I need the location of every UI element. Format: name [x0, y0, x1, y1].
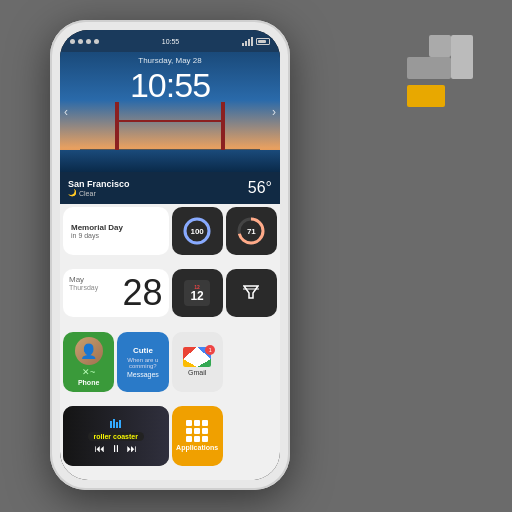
memorial-title: Memorial Day — [71, 223, 123, 232]
logo-block-1 — [429, 35, 451, 57]
apps-dot-5 — [194, 428, 200, 434]
status-icons-left — [70, 39, 99, 44]
status-bar: 10:55 — [60, 30, 280, 52]
widget-applications[interactable]: Applications — [172, 406, 223, 466]
widget-calendar-date[interactable]: May Thursday 28 — [63, 269, 169, 317]
app-logo — [387, 35, 477, 125]
nav-arrow-right[interactable]: › — [272, 105, 276, 119]
calendar-big-number: 28 — [122, 275, 162, 311]
apps-dot-8 — [194, 436, 200, 442]
calendar-dow: Thursday — [69, 284, 98, 291]
avatar-emoji: 👤 — [80, 343, 97, 359]
widget-grid: Memorial Day in 9 days 100 — [60, 204, 280, 480]
widget-music[interactable]: roller coaster ⏮ ⏸ ⏭ — [63, 406, 169, 466]
widget-messages[interactable]: Cutie When are u comming? Messages — [117, 332, 168, 392]
hero-time: 10:55 — [60, 66, 280, 105]
calendar-day-label: May Thursday — [69, 275, 98, 291]
ring-100-circle: 100 — [182, 216, 212, 246]
next-button[interactable]: ⏭ — [127, 443, 137, 454]
weather-location-group: San Francisco 🌙 Clear — [68, 179, 130, 197]
ring-100-value: 100 — [190, 227, 203, 236]
apps-dot-2 — [194, 420, 200, 426]
messages-preview-text: When are u comming? — [121, 357, 164, 369]
status-dot-3 — [86, 39, 91, 44]
status-icons-right — [242, 37, 270, 46]
weather-temperature: 56° — [248, 179, 272, 197]
svg-rect-7 — [116, 422, 118, 428]
widget-gmail[interactable]: 1 Gmail — [172, 332, 223, 392]
logo-block-2 — [451, 35, 473, 79]
widget-calendar-mini[interactable]: 12 12 — [172, 269, 223, 317]
signal-bar-3 — [248, 39, 250, 46]
music-controls: ⏮ ⏸ ⏭ — [95, 443, 137, 454]
nav-arrow-left[interactable]: ‹ — [64, 105, 68, 119]
phone-widget-label: Phone — [78, 379, 99, 386]
music-track-name: roller coaster — [88, 432, 144, 441]
equalizer-icon — [110, 418, 122, 428]
apps-dot-4 — [186, 428, 192, 434]
funnel-svg — [243, 284, 259, 300]
applications-label: Applications — [176, 444, 218, 451]
logo-block-gold — [407, 85, 445, 107]
battery-icon — [256, 38, 270, 45]
weather-strip: San Francisco 🌙 Clear 56° — [60, 172, 280, 204]
ring-71-circle: 71 — [236, 216, 266, 246]
gmail-notification-badge: 1 — [205, 345, 215, 355]
apps-dot-6 — [202, 428, 208, 434]
widget-filter[interactable] — [226, 269, 277, 317]
bridge-tower-left — [115, 102, 119, 152]
widget-memorial-day[interactable]: Memorial Day in 9 days — [63, 207, 169, 255]
messages-contact-name: Cutie — [133, 346, 153, 355]
hero-image: Thursday, May 28 10:55 ‹ › — [60, 52, 280, 172]
prev-button[interactable]: ⏮ — [95, 443, 105, 454]
bridge-cable — [115, 120, 225, 122]
weather-location: San Francisco — [68, 179, 130, 189]
apps-dot-7 — [186, 436, 192, 442]
weather-condition: 🌙 Clear — [68, 189, 130, 197]
messages-widget-label: Messages — [127, 371, 159, 378]
apps-dot-1 — [186, 420, 192, 426]
status-dot-4 — [94, 39, 99, 44]
status-dot-2 — [78, 39, 83, 44]
calendar-mini-day: 12 — [190, 290, 203, 302]
apps-grid-icon — [186, 420, 208, 442]
battery-fill — [258, 40, 266, 43]
signal-bars — [242, 37, 253, 46]
logo-block-3 — [407, 57, 451, 79]
signal-bar-4 — [251, 37, 253, 46]
bridge-tower-right — [221, 102, 225, 152]
phone-contact-avatar: 👤 — [75, 337, 103, 365]
widget-phone[interactable]: 👤 ✕~ Phone — [63, 332, 114, 392]
pause-button[interactable]: ⏸ — [111, 443, 121, 454]
memorial-subtitle: in 9 days — [71, 232, 99, 239]
music-eq-icon — [110, 418, 122, 430]
apps-dot-3 — [202, 420, 208, 426]
widget-ring-71[interactable]: 71 — [226, 207, 277, 255]
svg-rect-6 — [113, 419, 115, 428]
svg-rect-8 — [119, 420, 121, 428]
calendar-mini-widget: 12 12 — [184, 280, 210, 306]
phone-device: 10:55 Thursday, May 28 10:55 — [50, 20, 290, 490]
widget-ring-100[interactable]: 100 — [172, 207, 223, 255]
funnel-icon — [243, 284, 259, 303]
phone-screen: 10:55 Thursday, May 28 10:55 — [60, 30, 280, 480]
missed-call-icon: ✕~ — [82, 367, 95, 377]
signal-bar-2 — [245, 41, 247, 46]
ring-71-value: 71 — [247, 227, 256, 236]
calendar-month: May — [69, 275, 98, 284]
gmail-widget-label: Gmail — [188, 369, 206, 376]
apps-dot-9 — [202, 436, 208, 442]
hero-date: Thursday, May 28 — [60, 56, 280, 65]
signal-bar-1 — [242, 43, 244, 46]
status-dot-1 — [70, 39, 75, 44]
svg-rect-5 — [110, 421, 112, 428]
gmail-icon-container: 1 — [183, 347, 211, 367]
moon-icon: 🌙 — [68, 189, 77, 197]
bridge-water — [60, 150, 280, 172]
status-time: 10:55 — [162, 38, 180, 45]
